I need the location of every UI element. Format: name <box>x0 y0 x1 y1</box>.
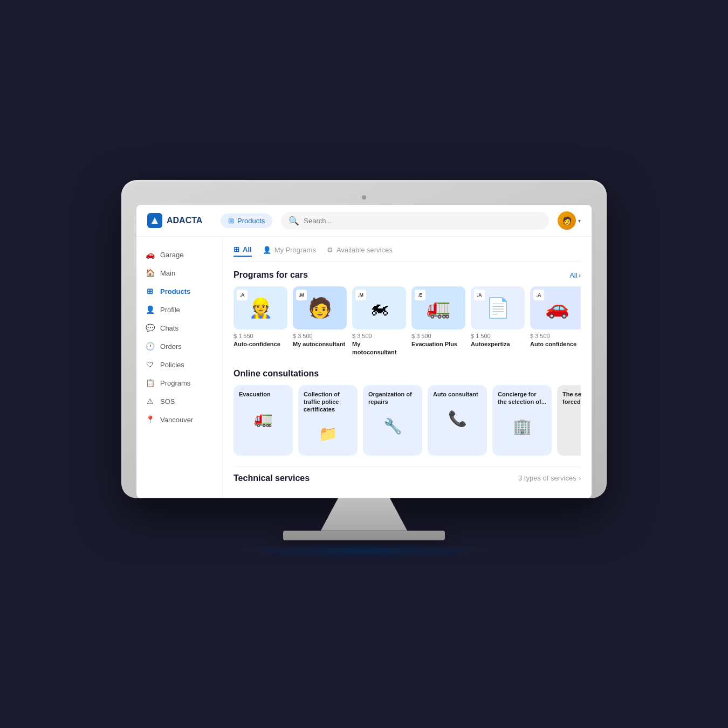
product-badge: .A <box>237 290 248 300</box>
products-icon: ⊞ <box>145 286 155 296</box>
sidebar-item-orders[interactable]: 🕐 Orders <box>136 337 222 355</box>
product-image: .A 👷 <box>233 286 287 329</box>
logo-icon <box>147 213 162 228</box>
tabs: ⊞ All 👤 My Programs ⚙ Available services <box>233 245 581 262</box>
orders-icon: 🕐 <box>145 341 155 351</box>
main-content: 🚗 Garage 🏠 Main ⊞ Products 👤 Profile 💬 C… <box>136 237 592 498</box>
search-icon: 🔍 <box>289 216 299 226</box>
garage-icon: 🚗 <box>145 250 155 259</box>
consult-title: Concierge for the selection of... <box>498 390 546 406</box>
policies-icon: 🛡 <box>145 360 155 369</box>
consult-image: 🚛 <box>239 402 287 435</box>
product-card[interactable]: .A 🚗 $ 3 500 Auto confidence <box>530 286 581 356</box>
product-figure: 🏍 <box>369 298 389 318</box>
consult-image: 📁 <box>304 418 352 450</box>
grid-icon: ⊞ <box>228 217 234 225</box>
svg-marker-0 <box>152 217 158 224</box>
consultations-header: Online consultations <box>233 369 581 379</box>
sidebar-label-chats: Chats <box>160 324 178 332</box>
product-name: Evacuation Plus <box>411 340 465 348</box>
product-name: My autoconsultant <box>293 340 347 348</box>
product-card[interactable]: .E 🚛 $ 3 500 Evacuation Plus <box>411 286 465 356</box>
sidebar-label-profile: Profile <box>160 306 180 314</box>
consult-figure: 📞 <box>448 410 467 428</box>
tab-label-all: All <box>243 245 252 253</box>
tab-all[interactable]: ⊞ All <box>233 245 252 257</box>
programs-section-header: Programs for cars All › <box>233 270 581 280</box>
consultation-card[interactable]: Collection of traffic police certificate… <box>298 385 358 456</box>
products-scroll: .A 👷 $ 1 550 Auto-confidence .M 🧑 $ 3 50… <box>233 286 581 358</box>
tab-icon-my-programs: 👤 <box>263 246 271 254</box>
tab-my-programs[interactable]: 👤 My Programs <box>263 246 316 256</box>
consultation-card[interactable]: Concierge for the selection of... 🏢 <box>492 385 552 456</box>
consultation-card[interactable]: The search is forced to evac... 📍 <box>557 385 581 456</box>
header: ADACTA ⊞ Products 🔍 🧑 ▾ <box>136 205 592 237</box>
sidebar-item-chats[interactable]: 💬 Chats <box>136 319 222 337</box>
consult-figure: 🚛 <box>254 410 273 428</box>
products-nav-button[interactable]: ⊞ Products <box>221 214 272 228</box>
consult-image: 📍 <box>562 410 581 442</box>
product-badge: .M <box>355 290 366 300</box>
consult-title: Organization of repairs <box>368 390 417 406</box>
product-name: My motoconsultant <box>352 340 406 356</box>
vancouver-icon: 📍 <box>145 415 155 424</box>
sidebar-item-main[interactable]: 🏠 Main <box>136 264 222 282</box>
sidebar-item-profile[interactable]: 👤 Profile <box>136 300 222 319</box>
user-menu[interactable]: 🧑 ▾ <box>558 211 581 230</box>
consult-title: The search is forced to evac... <box>562 390 581 406</box>
camera-dot <box>362 195 366 200</box>
sidebar-item-policies[interactable]: 🛡 Policies <box>136 355 222 374</box>
consult-figure: 🏢 <box>513 417 532 435</box>
product-image: .M 🏍 <box>352 286 406 329</box>
chevron-down-icon: ▾ <box>578 218 581 224</box>
main-icon: 🏠 <box>145 268 155 278</box>
search-input[interactable] <box>304 217 541 225</box>
product-badge: .A <box>474 290 485 300</box>
sidebar-item-sos[interactable]: ⚠ SOS <box>136 392 222 410</box>
product-name: Auto-confidence <box>233 340 287 348</box>
product-price: $ 3 500 <box>530 333 581 339</box>
sidebar-label-vancouver: Vancouver <box>160 416 193 424</box>
product-name: Auto confidence <box>530 340 581 348</box>
sidebar-label-products: Products <box>160 287 190 296</box>
consultation-card[interactable]: Organization of repairs 🔧 <box>363 385 422 456</box>
product-card[interactable]: .A 📄 $ 1 500 Autoexpertiza <box>471 286 525 356</box>
profile-icon: 👤 <box>145 305 155 314</box>
tab-icon-all: ⊞ <box>233 245 239 253</box>
sidebar-item-programs[interactable]: 📋 Programs <box>136 374 222 392</box>
tab-available[interactable]: ⚙ Available services <box>327 246 393 256</box>
sidebar-item-vancouver[interactable]: 📍 Vancouver <box>136 410 222 429</box>
consultations-title: Online consultations <box>233 369 319 379</box>
content-area: ⊞ All 👤 My Programs ⚙ Available services… <box>223 237 592 498</box>
search-bar[interactable]: 🔍 <box>281 212 549 230</box>
programs-see-all[interactable]: All › <box>569 271 581 279</box>
product-card[interactable]: .M 🏍 $ 3 500 My motoconsultant <box>352 286 406 356</box>
sidebar-label-garage: Garage <box>160 251 183 259</box>
monitor-stand <box>321 498 407 531</box>
tab-icon-available: ⚙ <box>327 246 333 254</box>
product-card[interactable]: .M 🧑 $ 3 500 My autoconsultant <box>293 286 347 356</box>
consultation-card[interactable]: Evacuation 🚛 <box>233 385 293 456</box>
product-figure: 👷 <box>249 298 273 318</box>
consultation-card[interactable]: Auto consultant 📞 <box>428 385 487 456</box>
product-price: $ 3 500 <box>293 333 347 339</box>
product-figure: 🚗 <box>545 298 569 318</box>
tech-title: Technical services <box>233 473 310 483</box>
sidebar-label-programs: Programs <box>160 379 190 387</box>
consult-figure: 📁 <box>319 425 338 443</box>
tab-label-available: Available services <box>336 246 393 254</box>
sidebar-item-garage[interactable]: 🚗 Garage <box>136 245 222 264</box>
product-card[interactable]: .A 👷 $ 1 550 Auto-confidence <box>233 286 287 356</box>
product-figure: 🚛 <box>427 298 451 318</box>
sidebar-label-policies: Policies <box>160 361 184 369</box>
avatar[interactable]: 🧑 <box>558 211 576 230</box>
tech-link[interactable]: 3 types of services › <box>518 474 581 482</box>
consult-image: 🏢 <box>498 410 546 442</box>
sidebar-item-products[interactable]: ⊞ Products <box>136 282 222 300</box>
chevron-right-icon: › <box>579 271 581 279</box>
consultations-grid: Evacuation 🚛 Collection of traffic polic… <box>233 385 581 456</box>
product-name: Autoexpertiza <box>471 340 525 348</box>
app: ADACTA ⊞ Products 🔍 🧑 ▾ <box>136 205 592 498</box>
product-image: .A 📄 <box>471 286 525 329</box>
consult-image: 📞 <box>433 402 482 435</box>
